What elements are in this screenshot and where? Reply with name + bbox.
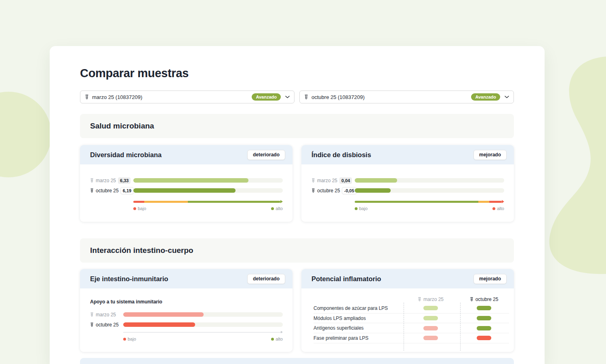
decorative-blob-left (0, 92, 51, 177)
octubre-cell (459, 306, 509, 310)
result-pill (423, 316, 438, 320)
row-label: Fase preliminar para LPS (314, 335, 402, 341)
dashed-divider (460, 303, 461, 351)
dashed-divider (404, 303, 404, 351)
bar-track (133, 188, 283, 193)
high-dot (271, 338, 274, 341)
sample-row: marzo 25 6,33 (90, 175, 283, 185)
card-header: Potencial inflamatorio mejorado (301, 269, 514, 288)
sample-value-chip: -0,05 (342, 187, 356, 194)
column-header-label: marzo 25 (423, 297, 444, 302)
scale-axis (123, 331, 283, 333)
scale-segment (188, 201, 280, 203)
sample-value-chip: 6,19 (121, 187, 133, 194)
bar-fill (133, 178, 248, 183)
scale-label-low: bajo (123, 337, 136, 341)
sample-icon (90, 188, 94, 193)
card-gut-immune-axis: Eje intestino-inmunitario deteriorado Ap… (80, 269, 292, 352)
marzo-cell (402, 316, 459, 320)
card-body: marzo 25 0,04 (301, 164, 514, 211)
main-panel: Comparar muestras marzo 25 (10837209) Av… (50, 46, 545, 364)
result-pill (477, 336, 491, 340)
high-dot (492, 207, 495, 210)
next-section-strip (80, 358, 514, 364)
sample-icon (90, 312, 94, 317)
status-badge: mejorado (473, 150, 507, 160)
chevron-down-icon (285, 96, 290, 98)
table-row: Componentes de azúcar para LPS (314, 303, 509, 314)
axis-line (123, 332, 281, 332)
selector-label: octubre 25 (10837209) (311, 94, 365, 100)
sample-icon (90, 178, 94, 183)
sample-row-meta: marzo 25 6,33 (90, 177, 133, 184)
scale-label-low-text: bajo (128, 337, 136, 341)
card-title: Potencial inflamatorio (311, 275, 381, 283)
sample-icon (311, 188, 315, 193)
sample-row-label: octubre 25 (317, 188, 340, 194)
scale-gradient (133, 200, 283, 203)
result-pill (423, 306, 438, 310)
scale-label-high: alto (492, 206, 504, 211)
section-title: Salud microbiana (90, 122, 154, 130)
scale-label-high: alto (271, 337, 283, 341)
scale-label-low: bajo (355, 206, 368, 211)
sample-selector-right[interactable]: octubre 25 (10837209) Avanzado (299, 90, 514, 103)
scale-arrow-icon (502, 200, 504, 203)
sample-row-label: marzo 25 (96, 178, 116, 183)
low-dot (123, 338, 126, 341)
section-header-gut-body: Interacción intestino-cuerpo (80, 238, 514, 263)
low-dot (355, 207, 358, 210)
sample-row-meta: octubre 25 6,19 (90, 187, 133, 194)
card-body: marzo 25 6,33 (80, 164, 292, 211)
card-title: Eje intestino-inmunitario (90, 275, 168, 283)
scale-label-high: alto (271, 206, 283, 211)
sample-icon (304, 95, 308, 100)
axis-arrow-icon (281, 331, 283, 333)
row-label: Antígenos superficiales (314, 325, 402, 331)
sample-value-chip: 6,33 (118, 177, 130, 184)
scale-segment (133, 201, 144, 203)
section-header-microbial-health: Salud microbiana (80, 114, 514, 138)
bar-fill (123, 312, 204, 317)
marzo-cell (402, 326, 459, 330)
sample-row-meta: marzo 25 0,04 (311, 177, 355, 184)
decorative-blob-right (545, 53, 606, 283)
card-dysbiosis-index: Índice de disbiosis mejorado marzo 25 (301, 145, 514, 222)
scale-segment (144, 201, 187, 203)
sample-row-label: octubre 25 (96, 188, 119, 194)
table-body: Componentes de azúcar para LPS Módulos L… (314, 303, 509, 343)
page-background: Comparar muestras marzo 25 (10837209) Av… (0, 0, 606, 364)
scale-bar (355, 201, 502, 203)
scale-arrow-icon (280, 200, 283, 203)
card-subtitle: Apoyo a tu sistema inmunitario (90, 299, 283, 305)
card-header: Eje intestino-inmunitario deteriorado (80, 269, 292, 288)
scale-bar (133, 201, 280, 203)
card-inflammatory-potential: Potencial inflamatorio mejorado (301, 269, 514, 352)
sample-row-meta: octubre 25 (90, 322, 123, 328)
sample-icon (418, 297, 421, 302)
sample-row: marzo 25 0,04 (311, 175, 504, 185)
avanzado-badge: Avanzado (252, 93, 281, 101)
sample-selector-left[interactable]: marzo 25 (10837209) Avanzado (80, 90, 295, 103)
marzo-cell (402, 306, 459, 310)
bar-track (123, 322, 283, 327)
bar-fill (355, 188, 391, 193)
bar-fill (123, 322, 195, 327)
section-title: Interacción intestino-cuerpo (90, 246, 193, 255)
result-pill (477, 316, 491, 320)
sample-row-meta: marzo 25 (90, 312, 123, 318)
result-pill (423, 326, 438, 330)
sample-row: octubre 25 6,19 (90, 185, 283, 196)
marzo-cell (402, 336, 459, 340)
sample-row-label: marzo 25 (317, 178, 337, 183)
chevron-down-icon (505, 96, 509, 98)
card-body: Apoyo a tu sistema inmunitario marzo 25 (80, 299, 292, 341)
bar-track (355, 188, 504, 193)
bar-fill (133, 188, 236, 193)
row-label: Componentes de azúcar para LPS (314, 305, 402, 311)
result-pill (423, 336, 438, 340)
table-header-row: marzo 25 octubre 25 (314, 296, 509, 303)
scale-label-high-text: alto (497, 206, 504, 211)
octubre-cell (459, 316, 509, 320)
sample-row-label: marzo 25 (96, 312, 116, 318)
